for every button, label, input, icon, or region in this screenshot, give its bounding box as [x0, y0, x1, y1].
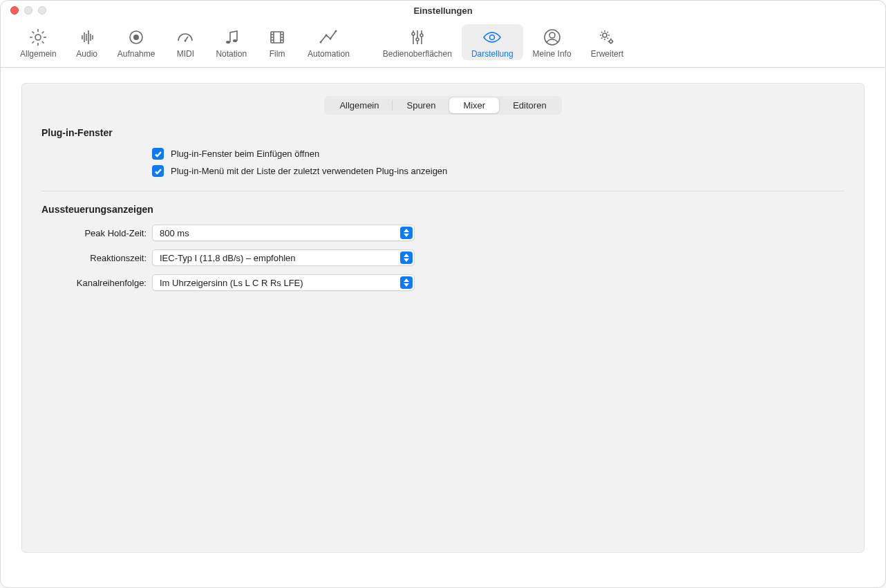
preferences-window: Einstellungen Allgemein Audio Aufnahme	[0, 0, 886, 588]
toolbar-item-bedienoberflaechen[interactable]: Bedienoberflächen	[373, 24, 462, 60]
toolbar-item-film[interactable]: Film	[256, 24, 298, 60]
checkbox-row-recent-menu: Plug-in-Menü mit der Liste der zuletzt v…	[152, 165, 845, 177]
select-reaction[interactable]: IEC-Typ I (11,8 dB/s) – empfohlen	[152, 249, 415, 266]
chevron-up-down-icon	[400, 252, 413, 264]
svg-point-5	[233, 39, 237, 42]
svg-point-4	[226, 41, 230, 44]
user-icon	[542, 27, 563, 48]
film-icon	[267, 27, 288, 48]
toolbar-label: Aufnahme	[117, 49, 155, 59]
check-icon	[154, 150, 162, 158]
divider	[41, 191, 845, 191]
check-icon	[154, 167, 162, 176]
tab-allgemein[interactable]: Allgemein	[326, 97, 393, 113]
row-reaction: Reaktionszeit: IEC-Typ I (11,8 dB/s) – e…	[41, 249, 845, 266]
select-value: 800 ms	[160, 228, 189, 238]
toolbar-label: MIDI	[177, 49, 194, 59]
toolbar-label: Erweitert	[591, 49, 623, 59]
svg-point-17	[603, 33, 607, 37]
toolbar-item-meineinfo[interactable]: Meine Info	[523, 24, 581, 60]
chevron-up-down-icon	[400, 276, 413, 289]
sliders-icon	[407, 27, 428, 48]
checkbox-label: Plug-in-Fenster beim Einfügen öffnen	[171, 149, 319, 159]
select-channel-order[interactable]: Im Uhrzeigersinn (Ls L C R Rs LFE)	[152, 274, 415, 291]
label-peak-hold: Peak Hold-Zeit:	[41, 228, 152, 238]
window-controls	[10, 6, 46, 15]
sub-tabs: Allgemein Spuren Mixer Editoren	[324, 96, 561, 115]
eye-icon	[482, 27, 502, 48]
checkbox-recent-menu[interactable]	[152, 165, 164, 177]
section-title-plugin: Plug-in-Fenster	[41, 127, 845, 138]
svg-point-0	[35, 35, 41, 40]
svg-point-12	[416, 38, 419, 41]
svg-point-13	[420, 34, 423, 37]
gauge-icon	[175, 27, 196, 48]
checkbox-open-on-insert[interactable]	[152, 148, 164, 160]
window-title: Einstellungen	[413, 6, 472, 16]
toolbar-item-aufnahme[interactable]: Aufnahme	[108, 24, 165, 60]
svg-point-18	[610, 40, 612, 43]
gear-icon	[28, 27, 48, 48]
waveform-icon	[77, 27, 97, 48]
toolbar-item-allgemein[interactable]: Allgemein	[10, 24, 66, 60]
section-title-meters: Aussteuerungsanzeigen	[41, 204, 845, 215]
toolbar-label: Bedienoberflächen	[383, 49, 452, 59]
tab-spuren[interactable]: Spuren	[393, 97, 449, 113]
music-note-icon	[221, 27, 242, 48]
select-value: Im Uhrzeigersinn (Ls L C R Rs LFE)	[160, 278, 303, 288]
toolbar-item-midi[interactable]: MIDI	[164, 24, 206, 60]
svg-point-8	[326, 35, 328, 37]
svg-point-10	[335, 30, 337, 32]
toolbar-label: Darstellung	[471, 49, 513, 59]
tab-mixer[interactable]: Mixer	[449, 97, 499, 113]
svg-point-11	[412, 32, 415, 35]
minimize-window-button[interactable]	[24, 6, 32, 15]
toolbar: Allgemein Audio Aufnahme MIDI Notation	[1, 20, 885, 68]
toolbar-label: Automation	[308, 49, 350, 59]
toolbar-label: Notation	[216, 49, 247, 59]
row-channel-order: Kanalreihenfolge: Im Uhrzeigersinn (Ls L…	[41, 274, 845, 291]
svg-point-7	[320, 41, 322, 44]
checkbox-row-open-on-insert: Plug-in-Fenster beim Einfügen öffnen	[152, 148, 845, 160]
toolbar-label: Allgemein	[20, 49, 57, 59]
label-reaction: Reaktionszeit:	[41, 253, 152, 263]
close-window-button[interactable]	[10, 6, 19, 15]
toolbar-item-darstellung[interactable]: Darstellung	[462, 24, 523, 60]
gears-icon	[596, 27, 617, 48]
label-channel-order: Kanalreihenfolge:	[41, 278, 152, 288]
record-icon	[126, 27, 147, 48]
select-peak-hold[interactable]: 800 ms	[152, 225, 415, 241]
zoom-window-button[interactable]	[38, 6, 46, 15]
toolbar-label: Audio	[76, 49, 97, 59]
svg-point-9	[330, 38, 332, 40]
svg-point-14	[490, 35, 495, 40]
titlebar: Einstellungen	[1, 1, 885, 20]
tab-editoren[interactable]: Editoren	[499, 97, 560, 113]
toolbar-item-audio[interactable]: Audio	[66, 24, 108, 60]
automation-icon	[318, 27, 339, 48]
select-value: IEC-Typ I (11,8 dB/s) – empfohlen	[160, 253, 296, 263]
toolbar-label: Meine Info	[533, 49, 572, 59]
svg-point-2	[133, 35, 139, 40]
toolbar-label: Film	[270, 49, 285, 59]
row-peak-hold: Peak Hold-Zeit: 800 ms	[41, 225, 845, 241]
chevron-up-down-icon	[400, 227, 413, 239]
toolbar-item-automation[interactable]: Automation	[298, 24, 359, 60]
svg-point-3	[185, 40, 187, 42]
content-wrap: Allgemein Spuren Mixer Editoren Plug-in-…	[1, 68, 885, 568]
toolbar-item-erweitert[interactable]: Erweitert	[581, 24, 633, 60]
content-panel: Allgemein Spuren Mixer Editoren Plug-in-…	[21, 83, 865, 553]
svg-point-16	[549, 32, 555, 38]
toolbar-item-notation[interactable]: Notation	[206, 24, 256, 60]
checkbox-label: Plug-in-Menü mit der Liste der zuletzt v…	[171, 166, 447, 176]
